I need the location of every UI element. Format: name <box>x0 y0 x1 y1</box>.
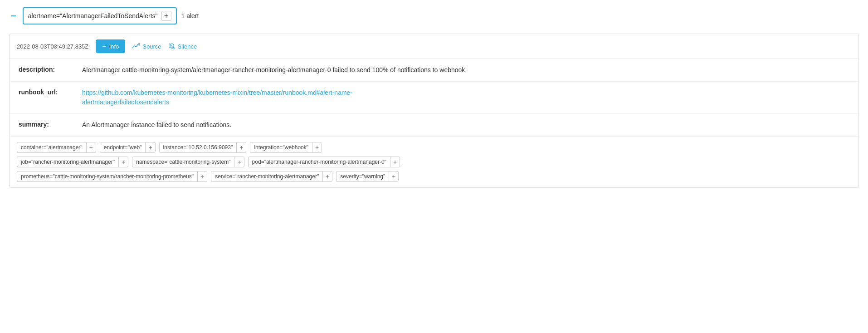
label-add-button[interactable]: + <box>389 171 398 181</box>
label-severity: severity="warning" + <box>336 171 399 182</box>
alert-header: 2022-08-03T08:49:27.835Z − Info Source <box>10 34 858 59</box>
silence-bell-icon <box>169 43 175 49</box>
info-dash-icon: − <box>102 42 106 50</box>
source-button-label: Source <box>142 43 161 50</box>
label-text: container="alertmanager" <box>17 142 86 152</box>
label-add-button[interactable]: + <box>390 157 400 167</box>
runbook-key: runbook_url: <box>19 88 82 96</box>
label-text: prometheus="cattle-monitoring-system/ran… <box>17 171 197 181</box>
label-prometheus: prometheus="cattle-monitoring-system/ran… <box>17 171 207 182</box>
label-job: job="rancher-monitoring-alertmanager" + <box>17 157 128 167</box>
label-namespace: namespace="cattle-monitoring-system" + <box>132 157 244 167</box>
label-service: service="rancher-monitoring-alertmanager… <box>211 171 332 182</box>
label-add-button[interactable]: + <box>322 171 332 181</box>
labels-row-3: prometheus="cattle-monitoring-system/ran… <box>17 171 851 182</box>
label-add-button[interactable]: + <box>236 142 246 152</box>
label-text: job="rancher-monitoring-alertmanager" <box>17 157 118 167</box>
label-text: service="rancher-monitoring-alertmanager… <box>211 171 322 181</box>
summary-value: An Alertmanager instance failed to send … <box>82 120 849 130</box>
summary-row: summary: An Alertmanager instance failed… <box>10 114 858 136</box>
runbook-row: runbook_url: https://github.com/kubernet… <box>10 82 858 114</box>
summary-key: summary: <box>19 120 82 128</box>
label-text: instance="10.52.0.156:9093" <box>160 142 237 152</box>
label-add-button[interactable]: + <box>86 142 96 152</box>
label-text: namespace="cattle-monitoring-system" <box>132 157 234 167</box>
alert-count: 1 alert <box>181 12 199 20</box>
label-integration: integration="webhook" + <box>250 142 322 153</box>
label-text: severity="warning" <box>336 171 389 181</box>
silence-button-label: Silence <box>178 43 197 50</box>
label-pod: pod="alertmanager-rancher-monitoring-ale… <box>248 157 400 167</box>
label-add-button[interactable]: + <box>312 142 322 152</box>
label-instance: instance="10.52.0.156:9093" + <box>159 142 247 153</box>
silence-button[interactable]: Silence <box>169 43 197 50</box>
labels-row-2: job="rancher-monitoring-alertmanager" + … <box>17 157 851 167</box>
collapse-button[interactable]: − <box>9 11 18 20</box>
description-value: Alertmanager cattle-monitoring-system/al… <box>82 65 849 75</box>
label-add-button[interactable]: + <box>197 171 207 181</box>
alert-details: description: Alertmanager cattle-monitor… <box>10 59 858 136</box>
label-add-button[interactable]: + <box>145 142 155 152</box>
label-text: endpoint="web" <box>100 142 146 152</box>
info-button[interactable]: − Info <box>96 39 125 53</box>
source-chart-icon <box>132 43 140 49</box>
info-button-label: Info <box>109 43 119 50</box>
labels-row-1: container="alertmanager" + endpoint="web… <box>17 142 851 153</box>
alert-filter-box: alertname="AlertmanagerFailedToSendAlert… <box>23 7 177 24</box>
label-container: container="alertmanager" + <box>17 142 96 153</box>
source-button[interactable]: Source <box>132 43 161 50</box>
top-bar: − alertname="AlertmanagerFailedToSendAle… <box>9 7 859 24</box>
labels-section: container="alertmanager" + endpoint="web… <box>10 136 858 187</box>
add-filter-button[interactable]: + <box>161 11 171 21</box>
description-key: description: <box>19 65 82 73</box>
label-text: integration="webhook" <box>250 142 312 152</box>
runbook-link[interactable]: https://github.com/kubernetes-monitoring… <box>82 89 352 106</box>
alert-panel: 2022-08-03T08:49:27.835Z − Info Source <box>9 34 859 188</box>
label-text: pod="alertmanager-rancher-monitoring-ale… <box>249 157 390 167</box>
label-add-button[interactable]: + <box>234 157 244 167</box>
label-add-button[interactable]: + <box>118 157 128 167</box>
alert-timestamp: 2022-08-03T08:49:27.835Z <box>17 43 88 50</box>
runbook-value: https://github.com/kubernetes-monitoring… <box>82 88 849 107</box>
filter-text: alertname="AlertmanagerFailedToSendAlert… <box>28 12 158 20</box>
description-row: description: Alertmanager cattle-monitor… <box>10 59 858 82</box>
label-endpoint: endpoint="web" + <box>100 142 156 153</box>
